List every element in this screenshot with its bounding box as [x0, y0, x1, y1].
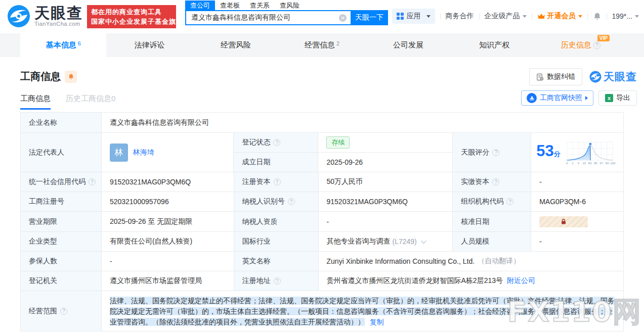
table-row: 企业名称 遵义市鑫犇科信息咨询有限公司 [21, 113, 624, 133]
export-button[interactable]: x 导出 [598, 90, 637, 106]
english-name-value: Zunyi Xinbinke Information Consulting Co… [319, 252, 624, 271]
nav-enterprise[interactable]: 企业级产品 [485, 12, 527, 21]
subtabs: 工商信息 历史工商信息0 [20, 94, 115, 110]
tab-basic-info[interactable]: 基本信息6 [20, 33, 106, 57]
section-title: 工商信息 [20, 70, 61, 83]
top-header: 天眼查 TianYanCha.com 都在用的商业查询工具 国家中小企业发展子基… [0, 0, 644, 33]
official-snapshot-button[interactable]: 工商官网快照 [521, 90, 593, 106]
label-approval-date: 核准日期 [453, 212, 531, 232]
tab-business-info[interactable]: 经营信息2 [279, 33, 365, 57]
logo-domain: TianYanCha.com [34, 21, 83, 27]
promo-line1: 都在用的商业查询工具 [91, 7, 172, 17]
search-input[interactable] [185, 10, 351, 25]
industry-code: (L7249) [393, 237, 417, 246]
nav-apps-button[interactable]: 应用 [392, 9, 435, 24]
business-term-value: 2025-09-26 至 无固定期限 [102, 212, 234, 232]
tianyan-score-value: 53分 [531, 133, 624, 172]
label-company-type: 企业类型 [21, 232, 102, 252]
svg-text:97: 97 [599, 161, 603, 164]
label-tianyan-score: 天眼评分 [453, 133, 531, 172]
promo-line2: 国家中小企业发展子基金旗下机构 [91, 17, 172, 26]
copy-link[interactable]: 复制 [370, 318, 384, 326]
bell-icon [593, 12, 602, 21]
registration-number-value: 520321000957096 [102, 192, 234, 212]
notifications-button[interactable] [593, 12, 602, 21]
data-correction-button[interactable]: 数据纠错 [529, 68, 582, 85]
table-row: 企业类型 有限责任公司(自然人独资) 国标行业 其他专业咨询与调查 (L7249… [21, 232, 624, 252]
chevron-down-icon [578, 15, 582, 18]
uscc-value: 91520321MAG0P3QM6Q [102, 172, 234, 192]
chevron-down-icon [523, 15, 527, 18]
search-tabs: 查公司 查老板 查关系 查风险 [185, 1, 388, 10]
label-insured-count: 参保人数 [21, 252, 102, 271]
tab-legal-litigation[interactable]: 法律诉讼 [106, 33, 192, 57]
clear-circle-icon[interactable]: ✕ [339, 14, 347, 22]
divider [479, 13, 480, 20]
svg-text:85: 85 [594, 161, 597, 164]
question-circle-icon[interactable] [89, 178, 96, 185]
question-circle-icon[interactable] [273, 139, 280, 146]
user-menu[interactable]: 199*... [612, 12, 639, 20]
chevron-down-icon[interactable] [421, 238, 426, 244]
question-circle-icon[interactable] [60, 308, 67, 315]
tianyancha-swirl-icon [7, 5, 30, 28]
business-scope-text: 法律、法规、国务院决定规定禁止的不得经营；法律、法规、国务院决定规定应当许可（审… [110, 297, 615, 326]
subtab-business-info[interactable]: 工商信息 [20, 94, 51, 110]
label-business-term: 营业期限 [21, 212, 102, 232]
score-distribution-chart[interactable]: 0131550859799100 [564, 139, 616, 166]
search-button[interactable]: 天眼一下 [351, 10, 388, 25]
tianyancha-watermark-logo: 天眼查 [589, 70, 637, 84]
label-established-date: 成立日期 [234, 153, 318, 172]
company-tabbar: 基本信息6 法律诉讼 经营风险 经营信息2 公司发展 知识产权 VIP 历史信息 [0, 33, 644, 57]
divider [587, 13, 588, 20]
search-tab-boss[interactable]: 查老板 [215, 1, 245, 10]
tab-intellectual-property[interactable]: 知识产权 [451, 33, 537, 57]
table-row: 法定代表人 林 林海埼 登记状态 存续 成立日期 2025-09-26 [21, 133, 624, 172]
nav-cooperation[interactable]: 商务合作 [446, 12, 474, 21]
svg-text:0: 0 [566, 161, 568, 164]
avatar[interactable]: 林 [110, 143, 128, 162]
established-date-value: 2025-09-26 [318, 153, 453, 172]
legal-representative-link[interactable]: 林海埼 [133, 148, 154, 157]
svg-text:15: 15 [582, 161, 586, 164]
label-taxpayer-qualification: 纳税人资质 [234, 212, 319, 232]
label-registration-authority: 登记机关 [21, 271, 102, 291]
section-header: 工商信息 [20, 70, 77, 83]
bell-icon [68, 73, 74, 80]
question-circle-icon[interactable] [492, 178, 499, 185]
question-circle-icon[interactable] [274, 277, 281, 284]
label-taxpayer-id: 纳税人识别号 [234, 192, 319, 212]
tab-history-info[interactable]: VIP 历史信息 [538, 33, 624, 57]
locked-value[interactable] [539, 216, 588, 227]
registered-capital-value: 50万人民币 [319, 172, 453, 192]
label-organization-code: 组织机构代码 [453, 192, 531, 212]
paid-capital-value: - [531, 172, 624, 192]
svg-text:3: 3 [577, 161, 579, 164]
question-circle-icon[interactable] [274, 178, 281, 185]
national-industry-value: 其他专业咨询与调查 (L7249) [319, 232, 453, 252]
nearby-companies-link[interactable]: 附近公司 [507, 276, 535, 285]
svg-text:1: 1 [572, 161, 574, 164]
company-type-value: 有限责任公司(自然人独资) [102, 232, 234, 252]
subtab-history-business-info[interactable]: 历史工商信息0 [66, 94, 115, 110]
search-tab-risk[interactable]: 查风险 [275, 1, 305, 10]
company-name-value: 遵义市鑫犇科信息咨询有限公司 [102, 113, 624, 133]
question-circle-icon[interactable] [288, 198, 295, 205]
label-registered-address: 注册地址 [234, 271, 319, 291]
chevron-down-icon [426, 15, 431, 18]
tab-company-development[interactable]: 公司发展 [365, 33, 451, 57]
search-tab-company[interactable]: 查公司 [185, 1, 215, 10]
site-logo[interactable]: 天眼查 TianYanCha.com [7, 5, 83, 28]
header-nav: 应用 商务合作 企业级产品 开通会员 [392, 9, 639, 24]
nav-vip-button[interactable]: 开通会员 [537, 12, 582, 21]
tab-operation-risk[interactable]: 经营风险 [193, 33, 279, 57]
question-circle-icon[interactable] [506, 198, 513, 205]
divider [532, 13, 532, 20]
label-registered-capital: 注册资本 [234, 172, 319, 192]
monitor-bell-button[interactable] [65, 71, 77, 83]
divider [607, 13, 607, 20]
search-tab-relation[interactable]: 查关系 [245, 1, 275, 10]
question-circle-icon[interactable] [492, 149, 499, 156]
tab-count: 2 [336, 40, 339, 46]
approval-date-value [531, 212, 624, 232]
